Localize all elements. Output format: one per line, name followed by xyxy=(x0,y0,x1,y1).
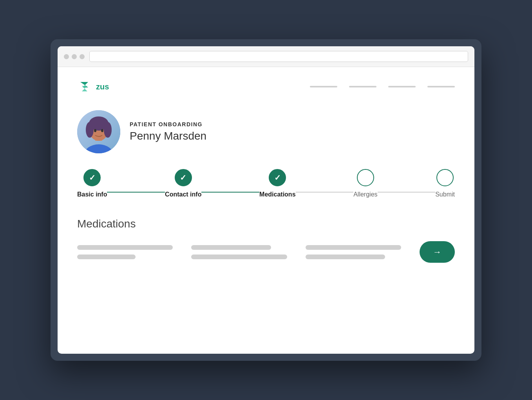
bottom-row: → xyxy=(77,241,455,263)
check-icon-medications: ✓ xyxy=(274,173,281,182)
content-column-2 xyxy=(191,245,297,259)
check-icon-contact-info: ✓ xyxy=(180,173,186,182)
connector-3 xyxy=(296,192,354,193)
step-circle-basic-info: ✓ xyxy=(83,169,101,186)
browser-bar xyxy=(58,46,474,67)
nav-placeholder-2 xyxy=(349,86,376,87)
patient-section: PATIENT ONBOARDING Penny Marsden xyxy=(77,110,455,153)
next-button[interactable]: → xyxy=(420,241,455,263)
dot-yellow xyxy=(72,54,77,59)
placeholder-bar-1-1 xyxy=(77,245,173,250)
step-medications: ✓ Medications xyxy=(259,169,295,198)
step-allergies: Allergies xyxy=(353,169,377,198)
placeholder-bar-3-1 xyxy=(306,245,401,250)
svg-point-7 xyxy=(86,122,94,138)
step-label-submit: Submit xyxy=(435,191,455,198)
placeholder-bar-3-2 xyxy=(306,255,385,259)
step-label-basic-info: Basic info xyxy=(77,191,107,198)
device-frame: zus xyxy=(51,39,481,361)
nav-placeholder-3 xyxy=(388,86,416,87)
svg-point-8 xyxy=(104,122,112,138)
dot-green xyxy=(80,54,85,59)
patient-label: PATIENT ONBOARDING xyxy=(130,121,206,127)
step-label-contact-info: Contact info xyxy=(165,191,201,198)
placeholder-bar-2-2 xyxy=(191,255,287,259)
content-column-1 xyxy=(77,245,183,259)
svg-point-9 xyxy=(94,129,96,132)
app-content: zus xyxy=(58,67,474,354)
svg-marker-1 xyxy=(82,86,87,91)
connector-1 xyxy=(107,192,165,193)
nav-placeholder-1 xyxy=(310,86,337,87)
step-circle-allergies xyxy=(357,169,374,186)
step-basic-info: ✓ Basic info xyxy=(77,169,107,198)
placeholder-bar-2-1 xyxy=(191,245,271,250)
step-circle-submit xyxy=(436,169,454,186)
nav-links xyxy=(310,86,455,87)
progress-steps: ✓ Basic info ✓ Contact info ✓ xyxy=(77,169,455,198)
step-circle-contact-info: ✓ xyxy=(175,169,192,186)
browser-window: zus xyxy=(58,46,474,354)
patient-avatar xyxy=(77,110,120,153)
step-circle-medications: ✓ xyxy=(269,169,286,186)
browser-dots xyxy=(64,54,85,59)
patient-name: Penny Marsden xyxy=(130,130,206,142)
step-submit: Submit xyxy=(435,169,455,198)
url-bar[interactable] xyxy=(89,51,468,62)
logo-text: zus xyxy=(96,82,109,91)
placeholder-bar-1-2 xyxy=(77,255,136,259)
connector-2 xyxy=(201,192,259,193)
content-area xyxy=(77,245,412,259)
svg-point-10 xyxy=(101,129,103,132)
logo-area: zus xyxy=(77,79,109,95)
section-title: Medications xyxy=(77,218,455,230)
content-column-3 xyxy=(306,245,412,259)
arrow-right-icon: → xyxy=(433,247,442,257)
step-contact-info: ✓ Contact info xyxy=(165,169,201,198)
zus-logo-icon xyxy=(77,79,93,95)
step-label-medications: Medications xyxy=(259,191,295,198)
check-icon-basic-info: ✓ xyxy=(89,173,96,182)
patient-info-text: PATIENT ONBOARDING Penny Marsden xyxy=(130,121,206,142)
nav-placeholder-4 xyxy=(427,86,455,87)
connector-4 xyxy=(378,192,436,193)
step-label-allergies: Allergies xyxy=(353,191,377,198)
dot-red xyxy=(64,54,69,59)
app-header: zus xyxy=(77,79,455,95)
